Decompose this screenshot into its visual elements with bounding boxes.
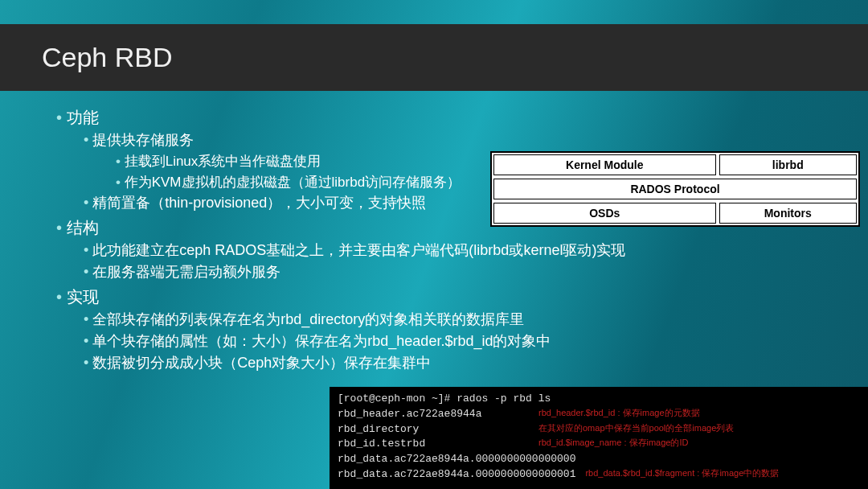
bullet-rados-based: 此功能建立在ceph RADOS基础之上，并主要由客户端代码(librbd或ke… [84,240,868,261]
diagram-monitors: Monitors [719,203,858,224]
terminal-line-3: rbd_id.testrbd [338,437,522,452]
terminal-prompt: [root@ceph-mon ~]# rados -p rbd ls [338,392,551,407]
terminal-note-2: 在其对应的omap中保存当前pool的全部image列表 [538,422,734,438]
architecture-diagram: Kernel Module librbd RADOS Protocol OSDs… [490,151,860,227]
terminal-line-1: rbd_header.ac722ae8944a [338,407,522,422]
slide-title: Ceph RBD [42,42,868,73]
terminal-note-1: rbd_header.$rbd_id : 保存image的元数据 [538,407,700,422]
content-area: 功能 提供块存储服务 挂载到Linux系统中当作磁盘使用 作为KVM虚拟机的虚拟… [0,91,868,374]
terminal-line-5: rbd_data.ac722ae8944a.0000000000000001 [338,467,575,483]
terminal-output: [root@ceph-mon ~]# rados -p rbd ls rbd_h… [330,387,868,489]
bullet-data-split: 数据被切分成成小块（Ceph对象大小）保存在集群中 [84,352,868,374]
diagram-kernel-module: Kernel Module [493,154,716,175]
terminal-note-3: rbd_id.$image_name : 保存image的ID [538,437,688,452]
diagram-osds: OSDs [493,203,716,224]
diagram-librbd: librbd [719,154,858,175]
terminal-line-2: rbd_directory [338,422,522,438]
bullet-implementation: 实现 全部块存储的列表保存在名为rbd_directory的对象相关联的数据库里… [56,285,868,374]
bullet-rbd-header: 单个块存储的属性（如：大小）保存在名为rbd_header.$rbd_id的对象… [84,331,868,352]
title-bar: Ceph RBD [0,24,868,91]
bullet-no-server-service: 在服务器端无需启动额外服务 [84,261,868,283]
terminal-note-5: rbd_data.$rbd_id.$fragment : 保存image中的数据 [585,467,779,483]
diagram-rados-protocol: RADOS Protocol [493,179,857,199]
bullet-rbd-directory: 全部块存储的列表保存在名为rbd_directory的对象相关联的数据库里 [84,309,868,331]
terminal-line-4: rbd_data.ac722ae8944a.0000000000000000 [338,452,575,467]
